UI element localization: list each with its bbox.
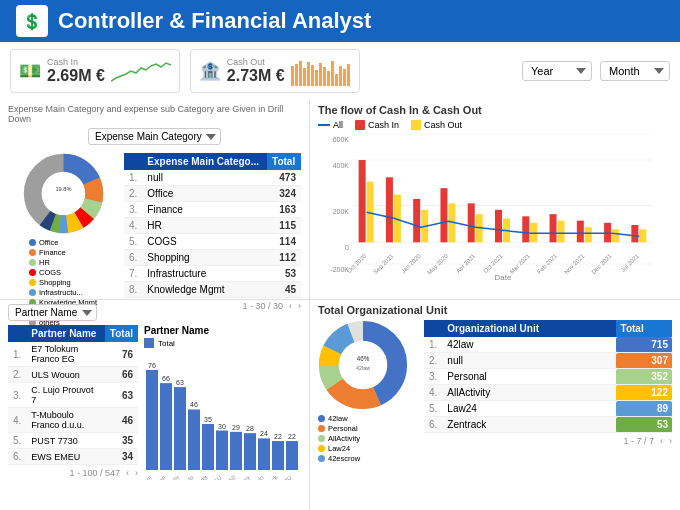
partner-table-row: 1. E7 Tolokum Franco EG 76: [8, 342, 138, 367]
metrics-row: 💵 Cash In 2.69M € 🏦 Cash Out 2.73M €: [0, 42, 680, 100]
svg-rect-0: [291, 66, 294, 86]
svg-rect-7: [319, 63, 322, 86]
expense-table-row: 2. Office 324: [124, 186, 301, 202]
org-section: Total Organizational Unit 46%: [310, 300, 680, 510]
expense-pie-chart: 19.8%: [11, 153, 116, 234]
partner-table: Partner Name Total 1. E7 Tolokum Franco …: [8, 325, 138, 465]
partner-pagination: 1 - 100 / 547: [69, 468, 120, 478]
svg-rect-14: [347, 64, 350, 86]
org-pie-wrap: 46% 42law 42law Personal AllActivity Law…: [318, 320, 418, 480]
month-filter[interactable]: Month: [600, 61, 670, 81]
org-title: Total Organizational Unit: [318, 304, 672, 316]
svg-rect-32: [174, 387, 186, 470]
org-table-body: 1. 42law 7152. null 3073. Personal 3524.…: [424, 337, 672, 433]
org-table-row: 1. 42law 715: [424, 337, 672, 353]
cash-in-info: Cash In 2.69M €: [47, 57, 105, 85]
expense-table-row: 6. Shopping 112: [124, 250, 301, 266]
org-next-btn[interactable]: ›: [669, 436, 672, 446]
svg-rect-53: [272, 441, 284, 470]
expense-category-dropdown[interactable]: Expense Main Category: [88, 128, 221, 145]
svg-text:42law: 42law: [356, 365, 370, 371]
cash-out-sparkline: [291, 56, 351, 86]
org-legend: 42law Personal AllActivity Law24 42escro…: [318, 414, 418, 463]
org-content: 46% 42law 42law Personal AllActivity Law…: [318, 320, 672, 480]
svg-rect-13: [343, 69, 346, 86]
svg-rect-99: [631, 225, 638, 242]
partner-table-body: 1. E7 Tolokum Franco EG 762. ULS Wouon 6…: [8, 342, 138, 465]
partner-table-row: 3. C. Lujo Prouvot 7 63: [8, 383, 138, 408]
svg-rect-44: [230, 432, 242, 470]
expense-table-row: 4. HR 115: [124, 218, 301, 234]
svg-point-24: [45, 176, 81, 212]
svg-rect-84: [495, 210, 502, 243]
expense-section: Expense Main Category and expense sub Ca…: [0, 100, 309, 300]
cash-in-value: 2.69M €: [47, 67, 105, 85]
cash-in-icon: 💵: [19, 60, 41, 82]
svg-text:35: 35: [204, 416, 212, 423]
svg-text:Jul 2021: Jul 2021: [620, 252, 641, 273]
expense-col-num: [124, 153, 142, 170]
svg-rect-90: [550, 214, 557, 242]
cash-in-label: Cash In: [47, 57, 105, 67]
org-prev-btn[interactable]: ‹: [660, 436, 663, 446]
main-content: 💵 Cash In 2.69M € 🏦 Cash Out 2.73M €: [0, 42, 680, 510]
svg-text:Oct 2021: Oct 2021: [482, 252, 504, 274]
partner-col-total: Total: [105, 325, 138, 342]
cash-out-info: Cash Out 2.73M €: [227, 57, 285, 85]
svg-rect-47: [244, 433, 256, 470]
org-col-name: Organizational Unit: [442, 320, 615, 337]
svg-rect-1: [295, 64, 298, 86]
svg-rect-4: [307, 62, 310, 86]
expense-col-name: Expense Main Catego...: [142, 153, 267, 170]
org-table-row: 4. AllActivity 122: [424, 385, 672, 401]
org-table-wrap: Organizational Unit Total 1. 42law 7152.…: [424, 320, 672, 480]
svg-text:46: 46: [190, 401, 198, 408]
partner-bar-chart: Partner Name Total 76E7 Tolokum66ULG Wou…: [144, 325, 301, 495]
svg-rect-72: [386, 177, 393, 242]
svg-rect-81: [468, 203, 475, 242]
cashflow-title: The flow of Cash In & Cash Out: [318, 104, 672, 116]
content-area: Expense Main Category and expense sub Ca…: [0, 100, 680, 510]
calculator-icon: 💲: [22, 12, 42, 31]
svg-rect-26: [146, 370, 158, 470]
expense-table: Expense Main Catego... Total 1. null 473…: [124, 153, 301, 298]
cashflow-chart-svg: 600K400K200K0-200KOct 2020Sep 2021Jan 20…: [318, 134, 658, 289]
svg-rect-93: [577, 221, 584, 243]
cash-out-value: 2.73M €: [227, 67, 285, 85]
partner-table-row: 4. T-Muboulo Franco d.u.u. 46: [8, 408, 138, 433]
svg-text:200K: 200K: [333, 208, 350, 215]
svg-rect-50: [258, 438, 270, 470]
org-table-row: 5. Law24 89: [424, 401, 672, 417]
svg-text:Mar 2021: Mar 2021: [509, 252, 532, 275]
svg-text:Date: Date: [495, 273, 512, 282]
svg-rect-9: [327, 71, 330, 86]
svg-rect-2: [299, 61, 302, 86]
svg-text:30: 30: [218, 423, 226, 430]
org-table: Organizational Unit Total 1. 42law 7152.…: [424, 320, 672, 433]
svg-text:46%: 46%: [357, 355, 370, 362]
partner-next-btn[interactable]: ›: [135, 468, 138, 478]
svg-text:400K: 400K: [333, 162, 350, 169]
org-pagination: 1 - 7 / 7: [623, 436, 654, 446]
partner-chart-svg: 76E7 Tolokum66ULG Wouon63C. Lujo Pr46T-M…: [144, 350, 299, 480]
partner-dropdown[interactable]: Partner Name: [8, 304, 97, 321]
svg-text:76: 76: [148, 362, 156, 369]
svg-text:Oct 2020: Oct 2020: [346, 252, 368, 274]
partner-prev-btn[interactable]: ‹: [126, 468, 129, 478]
page-title: Controller & Financial Analyst: [58, 8, 371, 34]
org-table-row: 3. Personal 352: [424, 369, 672, 385]
svg-rect-56: [286, 441, 298, 470]
org-table-row: 2. null 307: [424, 353, 672, 369]
partner-table-footer: 1 - 100 / 547 ‹ ›: [8, 468, 138, 478]
svg-text:19.8%: 19.8%: [55, 186, 71, 192]
svg-text:66: 66: [162, 375, 170, 382]
svg-rect-41: [216, 431, 228, 470]
expense-table-row: 8. Knowledge Mgmt 45: [124, 282, 301, 298]
partner-chart-legend: Total: [158, 339, 175, 348]
filters-right: Year Month: [522, 61, 670, 81]
partner-table-row: 5. PUST 7730 35: [8, 433, 138, 449]
svg-text:63: 63: [176, 379, 184, 386]
year-filter[interactable]: Year: [522, 61, 592, 81]
partner-table-wrap: Partner Name Total 1. E7 Tolokum Franco …: [8, 325, 138, 495]
org-table-footer: 1 - 7 / 7 ‹ ›: [424, 436, 672, 446]
